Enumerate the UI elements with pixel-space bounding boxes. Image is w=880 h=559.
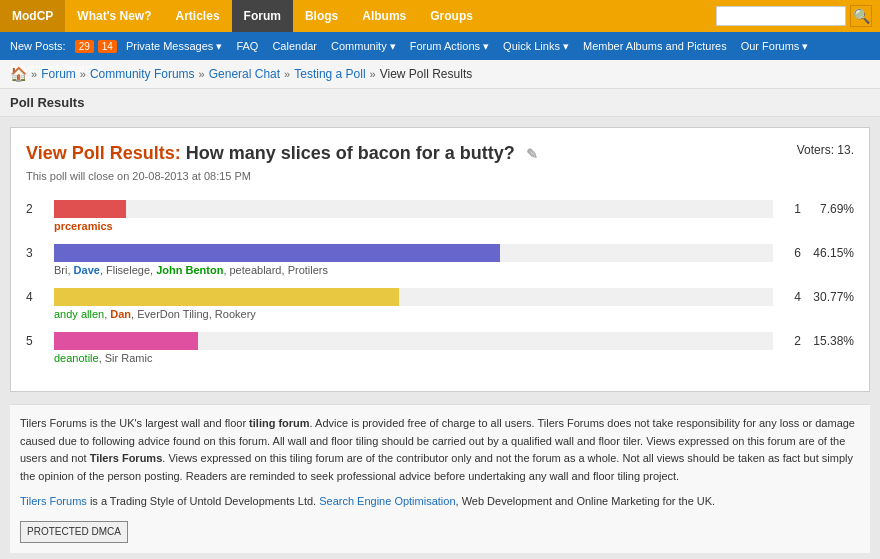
poll-option-3: 3 6 46.15% Bri, Dave, Fliselege, John Be…: [26, 244, 854, 276]
poll-box: View Poll Results: How many slices of ba…: [10, 127, 870, 392]
search-area: 🔍: [716, 5, 880, 27]
poll-voters-list-3: Bri, Dave, Fliselege, John Benton, petea…: [54, 264, 854, 276]
breadcrumb-forum[interactable]: Forum: [41, 67, 76, 81]
sub-nav-our-forums[interactable]: Our Forums ▾: [735, 32, 815, 60]
voter-prceramics[interactable]: prceramics: [54, 220, 113, 232]
voter-bri[interactable]: Bri: [54, 264, 67, 276]
disclaimer: Tilers Forums is the UK's largest wall a…: [10, 404, 870, 553]
poll-num-4: 4: [26, 290, 46, 304]
sep4: »: [284, 68, 290, 80]
tilers-forums-link[interactable]: Tilers Forums: [20, 495, 87, 507]
poll-bar-4: [54, 288, 399, 306]
sub-nav-calendar[interactable]: Calendar: [266, 32, 323, 60]
nav-blogs[interactable]: Blogs: [293, 0, 350, 32]
poll-pct-4: 30.77%: [809, 290, 854, 304]
nav-groups[interactable]: Groups: [418, 0, 485, 32]
poll-row-2: 2 1 7.69%: [26, 200, 854, 218]
edit-poll-icon[interactable]: ✎: [526, 146, 538, 162]
breadcrumb-testing-poll[interactable]: Testing a Poll: [294, 67, 365, 81]
poll-num-2: 2: [26, 202, 46, 216]
poll-voters-list-4: andy allen, Dan, EverDon Tiling, Rookery: [54, 308, 854, 320]
sep5: »: [370, 68, 376, 80]
poll-count-2: 1: [781, 202, 801, 216]
poll-option-5: 5 2 15.38% deanotile, Sir Ramic: [26, 332, 854, 364]
nav-articles[interactable]: Articles: [164, 0, 232, 32]
dmca-badge-area: PROTECTED DMCA: [20, 517, 128, 543]
poll-num-5: 5: [26, 334, 46, 348]
seo-link[interactable]: Search Engine Optimisation: [319, 495, 455, 507]
poll-option-2: 2 1 7.69% prceramics: [26, 200, 854, 232]
poll-bar-3: [54, 244, 500, 262]
voter-dan[interactable]: Dan: [110, 308, 131, 320]
poll-close-date: This poll will close on 20-08-2013 at 08…: [26, 170, 797, 182]
poll-title-text: How many slices of bacon for a butty?: [186, 143, 515, 163]
search-button[interactable]: 🔍: [850, 5, 872, 27]
page-title: Poll Results: [0, 89, 880, 117]
voter-deanotile[interactable]: deanotile: [54, 352, 99, 364]
top-nav: ModCP What's New? Articles Forum Blogs A…: [0, 0, 880, 32]
poll-bar-2: [54, 200, 126, 218]
voter-fliselege[interactable]: Fliselege: [106, 264, 150, 276]
voter-peteablard[interactable]: peteablard: [230, 264, 282, 276]
sub-nav-forum-actions[interactable]: Forum Actions ▾: [404, 32, 495, 60]
badge-14[interactable]: 14: [98, 40, 117, 53]
voter-protilers[interactable]: Protilers: [288, 264, 328, 276]
sub-nav-community[interactable]: Community ▾: [325, 32, 402, 60]
disclaimer-footer: Tilers Forums is a Trading Style of Unto…: [20, 493, 860, 511]
search-input[interactable]: [716, 6, 846, 26]
sep2: »: [80, 68, 86, 80]
breadcrumb: 🏠 » Forum » Community Forums » General C…: [0, 60, 880, 89]
poll-bar-container-4: [54, 288, 773, 306]
poll-count-4: 4: [781, 290, 801, 304]
poll-option-4: 4 4 30.77% andy allen, Dan, EverDon Tili…: [26, 288, 854, 320]
poll-pct-5: 15.38%: [809, 334, 854, 348]
sub-nav-member-albums[interactable]: Member Albums and Pictures: [577, 32, 733, 60]
poll-bar-5: [54, 332, 198, 350]
sub-nav-pm[interactable]: Private Messages ▾: [120, 32, 228, 60]
poll-count-3: 6: [781, 246, 801, 260]
poll-row-3: 3 6 46.15%: [26, 244, 854, 262]
voter-andy-allen[interactable]: andy allen: [54, 308, 104, 320]
poll-count-5: 2: [781, 334, 801, 348]
dmca-badge[interactable]: PROTECTED DMCA: [20, 521, 128, 543]
poll-pct-2: 7.69%: [809, 202, 854, 216]
poll-pct-3: 46.15%: [809, 246, 854, 260]
poll-row-5: 5 2 15.38%: [26, 332, 854, 350]
disclaimer-text: Tilers Forums is the UK's largest wall a…: [20, 415, 860, 485]
nav-forum[interactable]: Forum: [232, 0, 293, 32]
new-posts-label: New Posts:: [4, 32, 72, 60]
voter-everdon[interactable]: EverDon Tiling: [137, 308, 209, 320]
sep1: »: [31, 68, 37, 80]
poll-bar-container-2: [54, 200, 773, 218]
breadcrumb-community-forums[interactable]: Community Forums: [90, 67, 195, 81]
poll-voters-list-5: deanotile, Sir Ramic: [54, 352, 854, 364]
main-content: View Poll Results: How many slices of ba…: [0, 117, 880, 559]
poll-title: View Poll Results: How many slices of ba…: [26, 143, 797, 164]
poll-bar-container-3: [54, 244, 773, 262]
poll-header-left: View Poll Results: How many slices of ba…: [26, 143, 797, 196]
voter-sir-ramic[interactable]: Sir Ramic: [105, 352, 153, 364]
voter-rookery[interactable]: Rookery: [215, 308, 256, 320]
poll-voters-count: Voters: 13.: [797, 143, 854, 157]
badge-29[interactable]: 29: [75, 40, 94, 53]
nav-albums[interactable]: Albums: [350, 0, 418, 32]
poll-voters-list-2: prceramics: [54, 220, 854, 232]
home-icon[interactable]: 🏠: [10, 66, 27, 82]
poll-bar-container-5: [54, 332, 773, 350]
poll-row-4: 4 4 30.77%: [26, 288, 854, 306]
voter-dave[interactable]: Dave: [74, 264, 100, 276]
nav-modcp[interactable]: ModCP: [0, 0, 65, 32]
voter-john-benton[interactable]: John Benton: [156, 264, 223, 276]
poll-num-3: 3: [26, 246, 46, 260]
poll-header: View Poll Results: How many slices of ba…: [26, 143, 854, 196]
nav-whatsnew[interactable]: What's New?: [65, 0, 163, 32]
poll-title-label: View Poll Results:: [26, 143, 181, 163]
sep3: »: [199, 68, 205, 80]
breadcrumb-current: View Poll Results: [380, 67, 472, 81]
sub-nav-quick-links[interactable]: Quick Links ▾: [497, 32, 575, 60]
sub-nav: New Posts: 29 14 Private Messages ▾ FAQ …: [0, 32, 880, 60]
sub-nav-faq[interactable]: FAQ: [230, 32, 264, 60]
breadcrumb-general-chat[interactable]: General Chat: [209, 67, 280, 81]
